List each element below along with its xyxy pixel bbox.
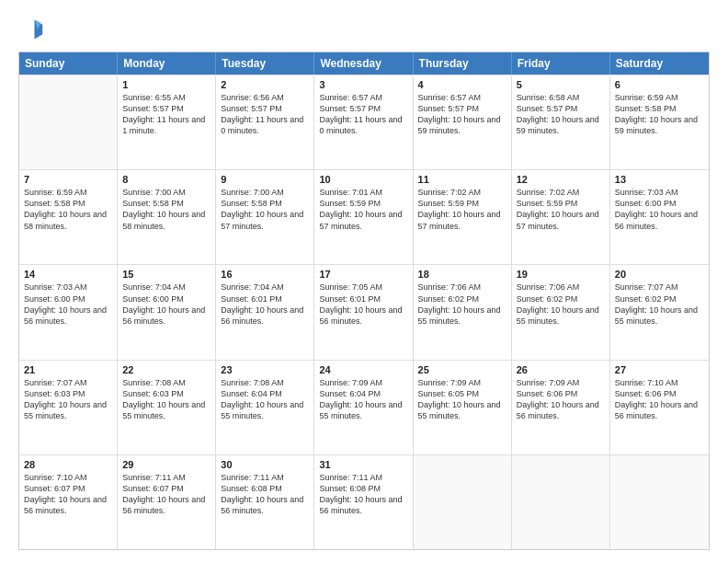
- cell-info-line: Sunrise: 7:04 AM: [221, 282, 309, 293]
- day-number: 6: [615, 79, 704, 90]
- day-of-week-header: Saturday: [610, 52, 709, 75]
- day-of-week-header: Monday: [118, 52, 216, 75]
- cell-info-line: Sunset: 6:03 PM: [24, 388, 112, 399]
- cell-info-line: Sunset: 5:58 PM: [24, 198, 112, 209]
- cell-info-line: Sunset: 6:07 PM: [122, 483, 210, 494]
- cell-info-line: Daylight: 10 hours and 57 minutes.: [517, 209, 605, 231]
- day-number: 2: [221, 79, 309, 90]
- cell-info-line: Daylight: 10 hours and 56 minutes.: [615, 209, 704, 231]
- cell-info-line: Daylight: 10 hours and 56 minutes.: [221, 494, 309, 516]
- day-number: 8: [122, 174, 210, 185]
- cell-info-line: Sunrise: 7:07 AM: [615, 282, 704, 293]
- cell-info-line: Sunset: 6:02 PM: [517, 293, 605, 304]
- calendar-cell: 31Sunrise: 7:11 AMSunset: 6:08 PMDayligh…: [314, 455, 413, 549]
- calendar-header: SundayMondayTuesdayWednesdayThursdayFrid…: [19, 52, 709, 75]
- cell-info-line: Sunset: 6:04 PM: [221, 388, 309, 399]
- cell-info-line: Sunset: 6:07 PM: [24, 483, 112, 494]
- cell-info-line: Sunrise: 6:57 AM: [319, 92, 407, 103]
- cell-info-line: Sunrise: 7:00 AM: [122, 187, 210, 198]
- cell-info-line: Sunrise: 7:03 AM: [24, 282, 112, 293]
- logo: [18, 17, 48, 42]
- cell-info-line: Sunrise: 7:06 AM: [418, 282, 506, 293]
- cell-info-line: Sunrise: 6:56 AM: [221, 92, 309, 103]
- cell-info-line: Daylight: 10 hours and 55 minutes.: [24, 399, 112, 421]
- calendar-cell: 11Sunrise: 7:02 AMSunset: 5:59 PMDayligh…: [414, 170, 512, 264]
- cell-info-line: Sunrise: 7:05 AM: [319, 282, 407, 293]
- calendar-week-row: 7Sunrise: 6:59 AMSunset: 5:58 PMDaylight…: [19, 169, 709, 264]
- cell-info-line: Sunrise: 7:09 AM: [517, 377, 605, 388]
- calendar-cell: [512, 455, 610, 549]
- cell-info-line: Sunrise: 7:09 AM: [418, 377, 506, 388]
- day-number: 12: [517, 174, 605, 185]
- calendar-cell: 7Sunrise: 6:59 AMSunset: 5:58 PMDaylight…: [19, 170, 118, 264]
- cell-info-line: Daylight: 10 hours and 55 minutes.: [122, 399, 210, 421]
- cell-info-line: Sunset: 6:08 PM: [221, 483, 309, 494]
- calendar-cell: 29Sunrise: 7:11 AMSunset: 6:07 PMDayligh…: [118, 455, 216, 549]
- day-of-week-header: Tuesday: [216, 52, 314, 75]
- calendar-cell: 10Sunrise: 7:01 AMSunset: 5:59 PMDayligh…: [314, 170, 413, 264]
- page: SundayMondayTuesdayWednesdayThursdayFrid…: [0, 0, 728, 563]
- calendar-cell: 17Sunrise: 7:05 AMSunset: 6:01 PMDayligh…: [314, 265, 413, 359]
- cell-info-line: Sunset: 5:58 PM: [221, 198, 309, 209]
- cell-info-line: Sunrise: 7:08 AM: [122, 377, 210, 388]
- cell-info-line: Sunset: 6:02 PM: [418, 293, 506, 304]
- cell-info-line: Sunrise: 7:04 AM: [122, 282, 210, 293]
- cell-info-line: Sunrise: 7:02 AM: [418, 187, 506, 198]
- day-number: 5: [517, 79, 605, 90]
- calendar-cell: 28Sunrise: 7:10 AMSunset: 6:07 PMDayligh…: [19, 455, 118, 549]
- cell-info-line: Sunset: 5:57 PM: [517, 103, 605, 114]
- day-number: 4: [418, 79, 506, 90]
- calendar-cell: 20Sunrise: 7:07 AMSunset: 6:02 PMDayligh…: [610, 265, 709, 359]
- day-number: 7: [24, 174, 112, 185]
- calendar-week-row: 28Sunrise: 7:10 AMSunset: 6:07 PMDayligh…: [19, 454, 709, 549]
- cell-info-line: Daylight: 10 hours and 55 minutes.: [319, 399, 407, 421]
- day-number: 10: [319, 174, 407, 185]
- header: [18, 17, 710, 42]
- cell-info-line: Sunrise: 7:11 AM: [221, 472, 309, 483]
- cell-info-line: Daylight: 10 hours and 57 minutes.: [319, 209, 407, 231]
- cell-info-line: Daylight: 10 hours and 56 minutes.: [24, 304, 112, 327]
- cell-info-line: Sunrise: 7:01 AM: [319, 187, 407, 198]
- cell-info-line: Daylight: 11 hours and 1 minute.: [122, 114, 210, 136]
- day-number: 29: [122, 459, 210, 470]
- day-number: 11: [418, 174, 506, 185]
- calendar-cell: 27Sunrise: 7:10 AMSunset: 6:06 PMDayligh…: [610, 361, 709, 454]
- cell-info-line: Daylight: 10 hours and 56 minutes.: [122, 304, 210, 327]
- cell-info-line: Daylight: 10 hours and 55 minutes.: [418, 304, 506, 327]
- cell-info-line: Sunset: 5:57 PM: [122, 103, 210, 114]
- calendar-cell: 13Sunrise: 7:03 AMSunset: 6:00 PMDayligh…: [610, 170, 709, 264]
- day-number: 18: [418, 269, 506, 280]
- calendar-cell: 21Sunrise: 7:07 AMSunset: 6:03 PMDayligh…: [19, 361, 118, 454]
- cell-info-line: Sunrise: 6:59 AM: [615, 92, 704, 103]
- day-number: 17: [319, 269, 407, 280]
- cell-info-line: Daylight: 10 hours and 56 minutes.: [517, 399, 605, 421]
- calendar-cell: 2Sunrise: 6:56 AMSunset: 5:57 PMDaylight…: [216, 75, 314, 169]
- day-of-week-header: Wednesday: [314, 52, 413, 75]
- cell-info-line: Daylight: 11 hours and 0 minutes.: [319, 114, 407, 136]
- cell-info-line: Sunrise: 6:55 AM: [122, 92, 210, 103]
- cell-info-line: Sunrise: 7:00 AM: [221, 187, 309, 198]
- cell-info-line: Sunset: 6:00 PM: [122, 293, 210, 304]
- cell-info-line: Sunrise: 6:57 AM: [418, 92, 506, 103]
- calendar-cell: 26Sunrise: 7:09 AMSunset: 6:06 PMDayligh…: [512, 361, 610, 454]
- day-number: 27: [615, 364, 704, 375]
- calendar-week-row: 21Sunrise: 7:07 AMSunset: 6:03 PMDayligh…: [19, 360, 709, 454]
- cell-info-line: Sunset: 6:04 PM: [319, 388, 407, 399]
- cell-info-line: Daylight: 10 hours and 56 minutes.: [319, 304, 407, 327]
- cell-info-line: Sunset: 5:57 PM: [221, 103, 309, 114]
- calendar-body: 1Sunrise: 6:55 AMSunset: 5:57 PMDaylight…: [19, 75, 709, 549]
- cell-info-line: Sunset: 5:57 PM: [418, 103, 506, 114]
- calendar-cell: 25Sunrise: 7:09 AMSunset: 6:05 PMDayligh…: [414, 361, 512, 454]
- cell-info-line: Sunset: 6:06 PM: [517, 388, 605, 399]
- cell-info-line: Sunrise: 7:06 AM: [517, 282, 605, 293]
- cell-info-line: Sunset: 6:00 PM: [615, 198, 704, 209]
- cell-info-line: Sunrise: 7:03 AM: [615, 187, 704, 198]
- calendar-cell: 14Sunrise: 7:03 AMSunset: 6:00 PMDayligh…: [19, 265, 118, 359]
- day-number: 20: [615, 269, 704, 280]
- calendar-cell: [610, 455, 709, 549]
- calendar-cell: 15Sunrise: 7:04 AMSunset: 6:00 PMDayligh…: [118, 265, 216, 359]
- cell-info-line: Daylight: 10 hours and 56 minutes.: [221, 304, 309, 327]
- calendar-cell: 8Sunrise: 7:00 AMSunset: 5:58 PMDaylight…: [118, 170, 216, 264]
- cell-info-line: Daylight: 10 hours and 59 minutes.: [615, 114, 704, 136]
- cell-info-line: Sunrise: 6:58 AM: [517, 92, 605, 103]
